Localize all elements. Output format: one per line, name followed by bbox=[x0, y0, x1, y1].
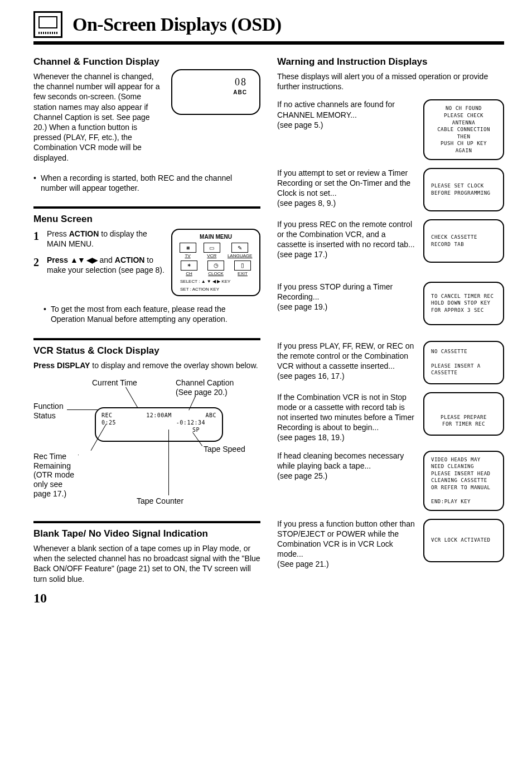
label-rec-time: Rec Time Remaining (OTR mode only see pa… bbox=[33, 452, 74, 499]
warning-text: If the Combination VCR is not in Stop mo… bbox=[277, 392, 417, 443]
warning-osd-box: NO CASSETTE PLEASE INSERT A CASSETTE bbox=[423, 341, 504, 384]
bullet-dot: • bbox=[43, 304, 46, 324]
warning-text: If you press PLAY, FF, REW, or REC on th… bbox=[277, 341, 417, 382]
page-header: On-Screen Displays (OSD) bbox=[33, 11, 504, 38]
menu-box-title: MAIN MENU bbox=[176, 233, 256, 240]
tv-icon bbox=[33, 11, 62, 38]
section-rule bbox=[33, 521, 260, 523]
step-2-num: 2 bbox=[33, 255, 42, 269]
menu-vcr-icon: ▭ bbox=[204, 243, 220, 253]
vcr-diagram: Current Time Channel Caption (See page 2… bbox=[33, 374, 260, 508]
menu-footer-2: SET : ACTION KEY bbox=[176, 287, 256, 292]
menu-ch-icon: ✶ bbox=[181, 261, 197, 271]
section-rule bbox=[33, 338, 260, 340]
vcr-osd-box: REC12:00AMABC 0:25-0:12:34 SP bbox=[95, 407, 223, 442]
warning-osd-box: PLEASE SET CLOCK BEFORE PROGRAMMING bbox=[423, 168, 504, 211]
blank-tape-body: Whenever a blank section of a tape comes… bbox=[33, 543, 260, 584]
vcr-lead: Press DISPLAY to display and remove the … bbox=[33, 360, 260, 370]
channel-number: 08 bbox=[235, 76, 247, 89]
main-menu-osd-box: MAIN MENU ◾TV ▭VCR ✎LANGUAGE ✶CH ◷CLOCK … bbox=[171, 229, 260, 296]
page-title: On-Screen Displays (OSD) bbox=[72, 12, 282, 37]
channel-caption: ABC bbox=[233, 89, 247, 96]
channel-osd-box: 08 ABC bbox=[171, 69, 260, 115]
section-rule bbox=[33, 206, 260, 209]
vcr-status-title: VCR Status & Clock Display bbox=[33, 345, 260, 357]
blank-tape-title: Blank Tape/ No Video Signal Indication bbox=[33, 528, 260, 540]
right-column: Warning and Instruction Displays These d… bbox=[277, 56, 504, 607]
menu-footer-1: SELECT : ▲ ▼ ◀ ▶ KEY bbox=[176, 279, 256, 284]
menu-bullet: To get the most from each feature, pleas… bbox=[51, 304, 260, 324]
menu-lang-icon: ✎ bbox=[231, 243, 248, 253]
warning-text: If you attempt to set or review a Timer … bbox=[277, 168, 417, 209]
warning-text: If you press a function button other tha… bbox=[277, 519, 417, 570]
channel-body: Whenever the channel is changed, the cha… bbox=[33, 71, 165, 163]
step-1-text: Press ACTION to display the MAIN MENU. bbox=[47, 229, 165, 249]
warning-osd-box: NO CH FOUND PLEASE CHECK ANTENNA CABLE C… bbox=[423, 99, 504, 160]
warning-text: If no active channels are found for CHAN… bbox=[277, 99, 417, 130]
label-function-status: Function Status bbox=[33, 402, 64, 421]
warning-osd-box: PLEASE PREPARE FOR TIMER REC bbox=[423, 392, 504, 436]
header-rule bbox=[33, 41, 504, 45]
warning-text: If you press STOP during a Timer Recordi… bbox=[277, 282, 417, 312]
menu-exit-icon: ▯ bbox=[234, 261, 251, 271]
label-current-time: Current Time bbox=[92, 378, 137, 388]
channel-title: Channel & Function Display bbox=[33, 56, 260, 68]
menu-tv-icon: ◾ bbox=[180, 243, 196, 253]
warning-osd-box: TO CANCEL TIMER REC HOLD DOWN STOP KEY F… bbox=[423, 282, 504, 325]
menu-title: Menu Screen bbox=[33, 213, 260, 225]
step-2-text: Press ▲▼ ◀▶ and ACTION to make your sele… bbox=[47, 255, 165, 275]
menu-clock-icon: ◷ bbox=[207, 261, 224, 271]
step-1-num: 1 bbox=[33, 229, 42, 243]
label-tape-counter: Tape Counter bbox=[137, 496, 183, 506]
warning-osd-box: VCR LOCK ACTIVATED bbox=[423, 519, 504, 562]
left-column: Channel & Function Display Whenever the … bbox=[33, 56, 260, 607]
warning-title: Warning and Instruction Displays bbox=[277, 56, 504, 68]
label-channel-caption: Channel Caption (See page 20.) bbox=[176, 378, 234, 397]
warning-text: If you press REC on the remote control o… bbox=[277, 219, 417, 260]
warning-text: If head cleaning becomes necessary while… bbox=[277, 451, 417, 481]
warning-osd-box: CHECK CASSETTE RECORD TAB bbox=[423, 219, 504, 263]
warning-intro: These displays will alert you of a misse… bbox=[277, 71, 504, 91]
bullet-dot: • bbox=[33, 173, 36, 193]
page-number: 10 bbox=[33, 590, 260, 607]
warning-osd-box: VIDEO HEADS MAY NEED CLEANING PLEASE INS… bbox=[423, 451, 504, 511]
channel-bullet: When a recording is started, both REC an… bbox=[41, 173, 260, 193]
label-tape-speed: Tape Speed bbox=[204, 445, 245, 454]
